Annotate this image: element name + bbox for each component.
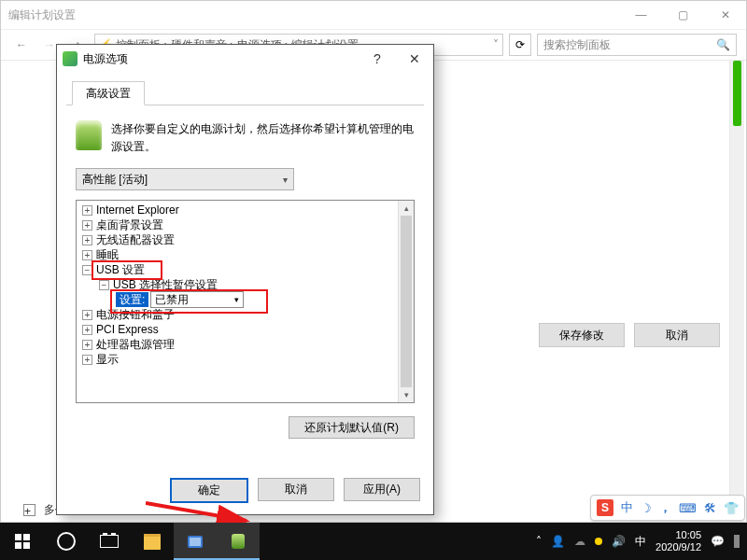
- tree-item-desktop-bg[interactable]: +桌面背景设置: [78, 217, 397, 232]
- address-refresh-button[interactable]: ⟳: [509, 34, 531, 56]
- apply-button[interactable]: 应用(A): [344, 478, 420, 501]
- parent-action-buttons: 保存修改 取消: [539, 323, 720, 347]
- tray-volume-icon[interactable]: 🔊: [612, 535, 626, 548]
- taskbar: ˄ 👤 ☁ 🔊 中 10:05 2020/9/12 💬: [0, 523, 747, 560]
- taskbar-power-options[interactable]: [217, 523, 260, 560]
- ime-tools-icon[interactable]: 🛠: [704, 501, 716, 515]
- parent-cancel-button[interactable]: 取消: [634, 323, 720, 347]
- ime-punct[interactable]: ，: [659, 499, 671, 516]
- system-tray: ˄ 👤 ☁ 🔊 中 10:05 2020/9/12 💬: [536, 529, 747, 553]
- tree-scroll-down[interactable]: ▾: [399, 387, 414, 402]
- search-placeholder: 搜索控制面板: [543, 37, 611, 53]
- tree-item-wireless[interactable]: +无线适配器设置: [78, 232, 397, 247]
- parent-title: 编辑计划设置: [8, 7, 76, 23]
- power-plan-select[interactable]: 高性能 [活动] ▾: [76, 168, 294, 190]
- annotation-highlight-usb: [92, 260, 162, 280]
- dialog-body: 高级设置 选择你要自定义的电源计划，然后选择你希望计算机管理的电源设置。 高性能…: [57, 78, 433, 448]
- power-plug-icon: [63, 51, 78, 66]
- parent-titlebar: 编辑计划设置 — ▢ ✕: [1, 1, 746, 30]
- windows-logo-icon: [15, 534, 30, 549]
- tray-people-icon[interactable]: 👤: [551, 535, 565, 548]
- dialog-titlebar: 电源选项 ? ✕: [57, 45, 433, 73]
- battery-icon: [232, 534, 245, 549]
- start-button[interactable]: [0, 523, 45, 560]
- parent-close-button[interactable]: ✕: [704, 1, 746, 29]
- power-options-dialog: 电源选项 ? ✕ 高级设置 选择你要自定义的电源计划，然后选择你希望计算机管理的…: [56, 44, 434, 515]
- tray-action-center[interactable]: 💬: [711, 535, 725, 548]
- dialog-help-button[interactable]: ?: [359, 51, 396, 66]
- parent-maximize-button[interactable]: ▢: [662, 1, 704, 29]
- show-desktop-button[interactable]: [734, 535, 740, 548]
- ime-moon-icon[interactable]: ☽: [641, 501, 652, 515]
- tree-scroll-up[interactable]: ▴: [399, 201, 414, 216]
- taskbar-settings-app[interactable]: [174, 523, 217, 560]
- battery-icon: [76, 120, 102, 150]
- dialog-buttons: 确定 取消 应用(A): [57, 478, 433, 503]
- cortana-button[interactable]: [45, 523, 88, 560]
- dialog-close-button[interactable]: ✕: [396, 51, 433, 66]
- tray-date: 2020/9/12: [655, 541, 701, 553]
- search-icon: 🔍: [716, 38, 730, 51]
- tree-item-ie[interactable]: +Internet Explorer: [78, 203, 397, 217]
- truncated-expand-icon[interactable]: +: [23, 504, 35, 516]
- dialog-tabs: 高级设置: [66, 78, 424, 105]
- settings-tree: +Internet Explorer +桌面背景设置 +无线适配器设置 +睡眠 …: [76, 200, 415, 403]
- parent-scrollbar[interactable]: [729, 61, 744, 518]
- annotation-highlight-setting: [110, 289, 268, 314]
- parent-save-button[interactable]: 保存修改: [539, 323, 625, 347]
- search-control-panel[interactable]: 搜索控制面板 🔍: [537, 34, 737, 56]
- tab-advanced[interactable]: 高级设置: [72, 81, 145, 105]
- tray-ime-lang[interactable]: 中: [635, 534, 646, 550]
- restore-defaults-button[interactable]: 还原计划默认值(R): [289, 416, 415, 439]
- chevron-down-icon: ▾: [283, 175, 288, 185]
- taskview-button[interactable]: [88, 523, 131, 560]
- tray-clock[interactable]: 10:05 2020/9/12: [655, 529, 701, 553]
- tray-time: 10:05: [655, 529, 701, 541]
- tray-overflow-button[interactable]: ˄: [536, 535, 542, 548]
- power-plan-selected: 高性能 [活动]: [82, 172, 148, 188]
- settings-window-icon: [188, 536, 203, 548]
- tray-onedrive-icon[interactable]: ☁: [574, 535, 585, 548]
- tree-item-cpu-power[interactable]: +处理器电源管理: [78, 337, 397, 352]
- tree-item-display[interactable]: +显示: [78, 352, 397, 367]
- tree-scroll-thumb[interactable]: [401, 216, 412, 387]
- dialog-title: 电源选项: [83, 51, 359, 67]
- tree-item-pci-express[interactable]: +PCI Express: [78, 322, 397, 337]
- tree-scrollbar[interactable]: ▴ ▾: [398, 201, 414, 402]
- tray-status-icon[interactable]: [595, 538, 602, 545]
- ime-lang[interactable]: 中: [621, 499, 633, 516]
- ime-toolbar[interactable]: S 中 ☽ ， ⌨ 🛠 👕: [590, 495, 745, 521]
- dialog-description: 选择你要自定义的电源计划，然后选择你希望计算机管理的电源设置。: [111, 120, 415, 155]
- folder-icon: [144, 534, 161, 550]
- parent-minimize-button[interactable]: —: [620, 1, 662, 29]
- taskbar-explorer[interactable]: [131, 523, 174, 560]
- ime-skin-icon[interactable]: 👕: [724, 501, 739, 515]
- sogou-logo-icon[interactable]: S: [597, 499, 613, 516]
- nav-back-button[interactable]: ←: [10, 38, 33, 51]
- parent-scroll-thumb[interactable]: [733, 61, 741, 126]
- ok-button[interactable]: 确定: [170, 478, 248, 503]
- ime-keyboard-icon[interactable]: ⌨: [679, 501, 697, 515]
- cancel-button[interactable]: 取消: [258, 478, 334, 501]
